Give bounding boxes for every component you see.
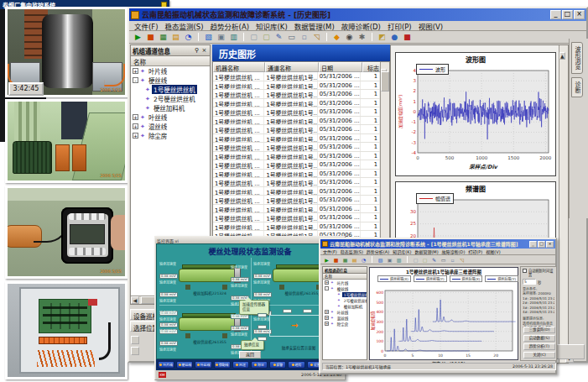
tree-expander-icon[interactable]: + <box>325 322 329 326</box>
chart-scroll-up-icon[interactable]: ▲ <box>559 52 565 60</box>
nav-button-趋势[interactable]: 趋势 <box>288 361 304 369</box>
nav-button-梗丝线[interactable]: 梗丝线 <box>176 361 193 369</box>
small-window-icon-1[interactable] <box>131 336 139 344</box>
clock-icon[interactable]: ◔ <box>360 256 367 264</box>
table-row[interactable]: 1号梗丝烘丝机 ...1号梗丝烘丝机1号...05/31/2006 ...1 <box>213 160 380 170</box>
menu-item[interactable]: 知识库(K) <box>393 249 411 254</box>
tree-expander-icon[interactable]: + <box>133 123 138 129</box>
table-row[interactable]: 1号梗丝烘丝机 ...1号梗丝烘丝机1号...05/31/2006 ...1 <box>213 99 380 108</box>
tree-expander-icon[interactable]: - <box>325 286 329 290</box>
col-machine-name[interactable]: 机器名称 <box>213 62 265 72</box>
col-date[interactable]: 日期 <box>319 62 362 72</box>
diamond-tool-icon[interactable]: ◆ <box>331 32 342 43</box>
menu-item[interactable]: 文件(F) <box>323 249 337 254</box>
col-channel-name[interactable]: 通道名称 <box>265 62 319 72</box>
waveform-view-icon[interactable]: ▧ <box>377 256 384 264</box>
table-row[interactable]: 1号梗丝烘丝机 ...1号梗丝烘丝机1号...05/31/2006 ...1 <box>213 222 380 232</box>
table-row[interactable]: 1号梗丝烘丝机 ...1号梗丝烘丝机1号...05/31/2006 ...1 <box>213 107 380 117</box>
tab-diagnosis[interactable]: 诊断 <box>571 77 583 97</box>
spectrum-title-bar[interactable]: 云南昆船振动机械状态监测和故障诊断系统 - [1号梗丝烘丝机1号轴承座三维谱阵图… <box>320 239 555 249</box>
table-row[interactable]: 1号梗丝烘丝机 ...1号梗丝烘丝机1号...05/31/2006 ...1 <box>213 143 380 152</box>
image-view-icon[interactable]: ▣ <box>386 256 393 264</box>
menu-item[interactable]: 视图(V) <box>486 249 500 254</box>
waveform-view-icon[interactable]: ▧ <box>203 32 214 43</box>
edit-icon[interactable]: ✎ <box>273 32 284 43</box>
chart-vertical-scrollbar[interactable]: ▲ ▼ <box>559 45 568 363</box>
table-row[interactable]: 1号梗丝烘丝机 ...1号梗丝烘丝机1号...05/31/2006 ...1 <box>213 170 380 179</box>
tree-item-混丝线[interactable]: +✦混丝线 <box>131 122 210 131</box>
waterfall-legend-item[interactable]: 烘丝后端(X) <box>450 275 483 282</box>
nav-button-掺配线[interactable]: 掺配线 <box>214 361 231 369</box>
steady-monitor-icon[interactable]: ▦ <box>158 32 169 43</box>
gallery-icon[interactable]: ▢ <box>421 256 429 264</box>
maximize-button[interactable]: □ <box>562 10 573 19</box>
tree-item-梗丝线[interactable]: -✦梗丝线 <box>131 76 210 85</box>
minimize-button[interactable]: _ <box>550 10 561 19</box>
open-folder-icon[interactable]: ◩ <box>377 32 388 43</box>
pin-icon[interactable]: ⚲ <box>193 47 200 54</box>
main-title-bar[interactable]: 云南昆船振动机械状态监测和故障诊断系统 - [历史图形] _ □ × <box>129 8 586 21</box>
page-icon[interactable]: ▫ <box>449 256 456 264</box>
tree-item-2号梗丝烘丝机[interactable]: ✦2号梗丝烘丝机 <box>131 94 210 103</box>
refresh-checkbox-row[interactable]: 自动刷新时间设置 <box>523 269 554 277</box>
col-flag[interactable]: 标志 <box>362 62 382 72</box>
tree-item-除尘房[interactable]: +✦除尘房 <box>131 131 210 140</box>
stop-icon[interactable]: ■ <box>145 32 156 43</box>
nav-button-叶片线[interactable]: 叶片线 <box>158 361 174 369</box>
trend-view-icon[interactable]: ▤ <box>170 32 181 43</box>
waterfall-legend-item[interactable]: 烘丝后端(Y) <box>485 275 518 282</box>
tree-item-叶丝线[interactable]: +✦叶丝线 <box>131 113 210 122</box>
tree-item-梗丝线[interactable]: -✦梗丝线 <box>323 285 367 291</box>
edit-icon[interactable]: ✎ <box>430 256 438 264</box>
image-view-icon[interactable]: ▣ <box>216 32 226 43</box>
report-view-icon[interactable]: ▥ <box>228 32 239 43</box>
waterfall-legend-item[interactable]: 烘丝前端(X) <box>377 275 411 282</box>
refresh-interval-input[interactable]: 5 <box>523 279 536 285</box>
tree-expander-icon[interactable]: + <box>325 310 329 314</box>
menu-item[interactable]: 文件(F) <box>134 21 159 31</box>
checkbox-icon[interactable] <box>523 269 527 273</box>
table-row[interactable]: 1号梗丝烘丝机 ...1号梗丝烘丝机1号...05/31/2006 ...1 <box>213 187 380 196</box>
tree-item-叶丝线[interactable]: +✦叶丝线 <box>323 309 367 315</box>
menu-item[interactable]: 打印(P) <box>388 21 412 31</box>
table-row[interactable]: 1号梗丝烘丝机 ...1号梗丝烘丝机1号...05/31/2006 ...1 <box>213 81 380 91</box>
stop-icon[interactable]: ■ <box>332 256 340 264</box>
table-row[interactable]: 1号梗丝烘丝机 ...1号梗丝烘丝机1号...05/31/2006 ...1 <box>213 205 380 214</box>
start-icon[interactable]: ▶ <box>323 256 330 264</box>
menu-item[interactable]: 故障诊断(D) <box>341 21 381 31</box>
table-row[interactable]: 1号梗丝烘丝机 ...1号梗丝烘丝机1号...05/31/2006 ...1 <box>213 178 380 187</box>
menu-item[interactable]: 故障诊断(D) <box>442 249 466 254</box>
spectrum-close-button[interactable]: × <box>546 241 554 248</box>
tree-expander-icon[interactable]: + <box>133 114 138 120</box>
export-icon[interactable]: ◹ <box>458 256 466 264</box>
tree-expander-icon[interactable]: + <box>133 68 138 74</box>
table-row[interactable]: 1号梗丝烘丝机 ...1号梗丝烘丝机1号...05/31/2006 ...1 <box>213 134 380 144</box>
menu-item[interactable]: 知识库(K) <box>256 21 288 31</box>
menu-item[interactable]: 视图(V) <box>419 21 443 31</box>
menu-item[interactable]: 趋势分析(A) <box>211 21 249 31</box>
button-启动数据(S)[interactable]: 启动数据(S) <box>523 335 555 342</box>
nav-button-叶丝线[interactable]: 叶丝线 <box>195 361 211 369</box>
menu-item[interactable]: 数据管理(M) <box>294 21 335 31</box>
tree-item-1号梗丝烘丝机[interactable]: ✦1号梗丝烘丝机 <box>323 291 367 297</box>
tree-column-header[interactable]: 名称 <box>131 56 210 66</box>
tab-waveform-browse[interactable]: 波形浏览 <box>571 42 583 74</box>
snapshot-icon[interactable]: ▢ <box>248 32 259 43</box>
back-button[interactable]: 返回 <box>239 351 261 358</box>
clock-icon[interactable]: ◔ <box>183 32 194 43</box>
report-view-icon[interactable]: ▥ <box>395 256 403 264</box>
menu-item[interactable]: 数据管理(M) <box>414 249 438 254</box>
tree-item-除尘房[interactable]: +✦除尘房 <box>323 321 367 327</box>
teal-window-titlebar[interactable]: 监控界面.vi <box>155 237 345 243</box>
users-icon[interactable]: ● <box>389 32 400 43</box>
tree-item-叶片线[interactable]: +✦叶片线 <box>131 66 210 76</box>
window-resize-corner[interactable] <box>553 344 585 359</box>
small-window-icon-2[interactable] <box>131 347 139 355</box>
menu-item[interactable]: 稳态监测(S) <box>165 21 204 31</box>
exit-icon[interactable]: ■ <box>402 32 413 43</box>
print-icon[interactable]: ▭ <box>286 32 297 43</box>
table-row[interactable]: 1号梗丝烘丝机 ...1号梗丝烘丝机1号...05/31/2006 ...1 <box>213 117 380 126</box>
tree-item-1号梗丝烘丝机[interactable]: ✦1号梗丝烘丝机 <box>131 85 210 94</box>
scroll-left-icon[interactable]: ◀ <box>131 296 139 304</box>
tree-expander-icon[interactable]: - <box>133 77 138 83</box>
